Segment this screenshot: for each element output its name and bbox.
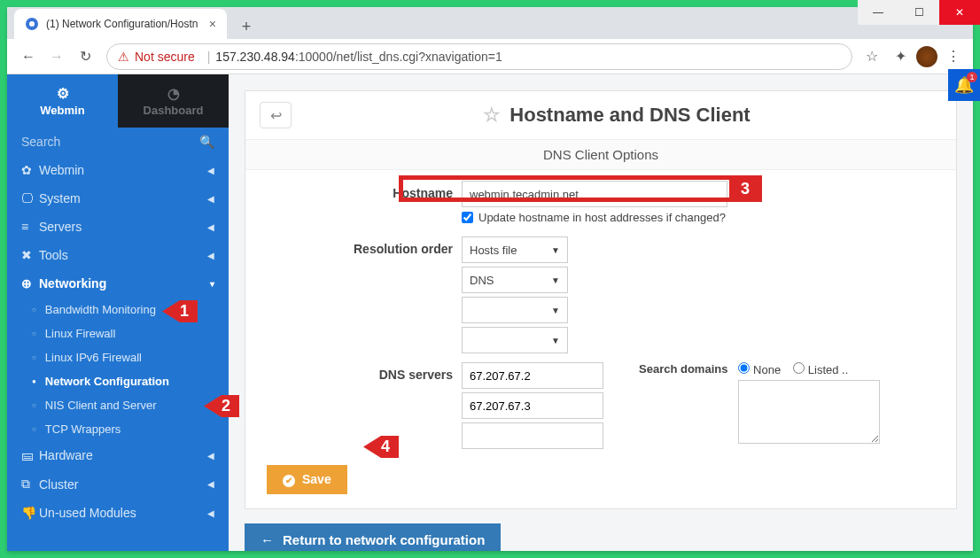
sidebar-tab-dashboard[interactable]: ◔ Dashboard (118, 74, 229, 128)
nav-system[interactable]: 🖵System◀ (7, 184, 229, 213)
nav-networking[interactable]: ⊕Networking▾ (7, 269, 229, 298)
unused-icon: 👎 (21, 506, 39, 520)
window-minimize[interactable]: — (858, 0, 898, 25)
search-domains-textarea[interactable] (738, 380, 880, 444)
dropdown-icon: ▼ (551, 306, 560, 315)
annotation-3: 3 (729, 176, 761, 201)
sub-linux-ipv6[interactable]: Linux IPv6 Firewall (7, 345, 229, 369)
address-input[interactable]: ⚠ Not secure | 157.230.48.94 :10000/net/… (106, 43, 852, 70)
star-icon[interactable]: ☆ (483, 104, 501, 127)
not-secure-warning[interactable]: ⚠ Not secure (118, 50, 195, 64)
dns-server-input-3[interactable] (462, 422, 603, 449)
panel: ↩ ☆ Hostname and DNS Client DNS Client O… (245, 90, 957, 509)
window-maximize[interactable]: ☐ (898, 0, 939, 25)
dashboard-icon: ◔ (167, 85, 180, 102)
chevron-left-icon: ◀ (207, 166, 214, 175)
update-hostname-label: Update hostname in host addresses if cha… (478, 211, 726, 224)
nav-servers[interactable]: ≡Servers◀ (7, 213, 229, 241)
notif-badge: 1 (967, 72, 977, 82)
svg-point-1 (29, 21, 35, 27)
section-title: DNS Client Options (245, 139, 956, 170)
dropdown-icon: ▼ (551, 336, 560, 345)
tab-title: (1) Network Configuration/Hostn (46, 18, 198, 30)
close-tab-icon[interactable]: × (209, 17, 216, 31)
dns-server-input-2[interactable]: 67.207.67.3 (462, 392, 603, 419)
profile-avatar[interactable] (916, 46, 937, 67)
networking-icon: ⊕ (21, 276, 39, 291)
sidebar-search-input[interactable] (21, 135, 199, 149)
resolution-select-2[interactable]: DNS▼ (462, 267, 568, 293)
panel-back-button[interactable]: ↩ (260, 102, 292, 128)
dropdown-icon: ▼ (551, 245, 560, 255)
nav-webmin[interactable]: ✿Webmin◀ (7, 156, 229, 184)
arrow-left-icon: ← (261, 532, 274, 547)
hardware-icon: 🖴 (21, 448, 39, 462)
search-none-radio[interactable]: None (738, 362, 781, 376)
notifications-button[interactable]: 🔔 1 (948, 69, 980, 101)
resolution-select-4[interactable]: ▼ (462, 327, 568, 353)
browser-tab[interactable]: (1) Network Configuration/Hostn × (14, 9, 227, 39)
webmin-icon: ⚙ (57, 85, 69, 102)
dropdown-icon: ▼ (551, 275, 560, 285)
chrome-menu-icon[interactable]: ⋮ (941, 44, 966, 69)
chevron-left-icon: ◀ (207, 194, 214, 204)
window-close[interactable]: ✕ (939, 0, 980, 25)
tools-icon: ✖ (21, 248, 39, 262)
nav-unused[interactable]: 👎Un-used Modules◀ (7, 499, 229, 527)
address-bar: ← → ↻ ⚠ Not secure | 157.230.48.94 :1000… (7, 39, 973, 74)
check-icon (283, 472, 295, 487)
system-icon: 🖵 (21, 191, 39, 205)
chevron-left-icon: ◀ (207, 508, 214, 518)
nav-back-button[interactable]: ← (14, 43, 43, 71)
warning-icon: ⚠ (118, 50, 129, 64)
annotation-3-box (399, 175, 762, 202)
chevron-left-icon: ◀ (207, 222, 214, 232)
chevron-down-icon: ▾ (210, 279, 214, 289)
favicon-icon (25, 17, 39, 31)
sub-linux-firewall[interactable]: Linux Firewall (7, 322, 229, 345)
bookmark-star-icon[interactable]: ☆ (859, 44, 884, 69)
url-host: 157.230.48.94 (215, 50, 295, 64)
new-tab-button[interactable]: + (234, 14, 259, 39)
update-hostname-checkbox[interactable] (462, 212, 473, 223)
nav-cluster[interactable]: ⧉Cluster◀ (7, 469, 229, 499)
nav-reload-button[interactable]: ↻ (71, 43, 99, 71)
search-icon[interactable]: 🔍 (199, 135, 214, 149)
return-button[interactable]: ← Return to network configuration (245, 523, 501, 552)
save-button[interactable]: Save (267, 465, 347, 494)
page-title: ☆ Hostname and DNS Client (292, 104, 942, 127)
main-content: ↩ ☆ Hostname and DNS Client DNS Client O… (229, 74, 973, 551)
dns-server-input-1[interactable]: 67.207.67.2 (462, 362, 603, 389)
nav-tools[interactable]: ✖Tools◀ (7, 241, 229, 269)
resolution-select-1[interactable]: Hosts file▼ (462, 236, 568, 263)
nav-hardware[interactable]: 🖴Hardware◀ (7, 441, 229, 469)
chevron-left-icon: ◀ (207, 479, 214, 489)
resolution-select-3[interactable]: ▼ (462, 297, 568, 323)
sub-network-config[interactable]: Network Configuration (7, 369, 229, 393)
url-path: :10000/net/list_dns.cgi?xnavigation=1 (295, 50, 502, 64)
sub-nis[interactable]: NIS Client and Server (7, 393, 229, 417)
chevron-left-icon: ◀ (207, 251, 214, 260)
sidebar-tab-webmin[interactable]: ⚙ Webmin (7, 74, 118, 128)
gear-icon: ✿ (21, 163, 39, 177)
dns-servers-label: DNS servers (267, 362, 462, 382)
resolution-label: Resolution order (267, 236, 462, 256)
search-listed-radio[interactable]: Listed .. (793, 362, 848, 376)
cluster-icon: ⧉ (21, 477, 39, 492)
extensions-icon[interactable]: ✦ (888, 44, 913, 69)
nav-forward-button[interactable]: → (43, 43, 71, 71)
chevron-left-icon: ◀ (207, 451, 214, 461)
sub-tcp-wrappers[interactable]: TCP Wrappers (7, 417, 229, 441)
servers-icon: ≡ (21, 220, 39, 234)
search-domains-label: Search domains (639, 362, 727, 376)
tab-bar: (1) Network Configuration/Hostn × + (7, 7, 973, 39)
